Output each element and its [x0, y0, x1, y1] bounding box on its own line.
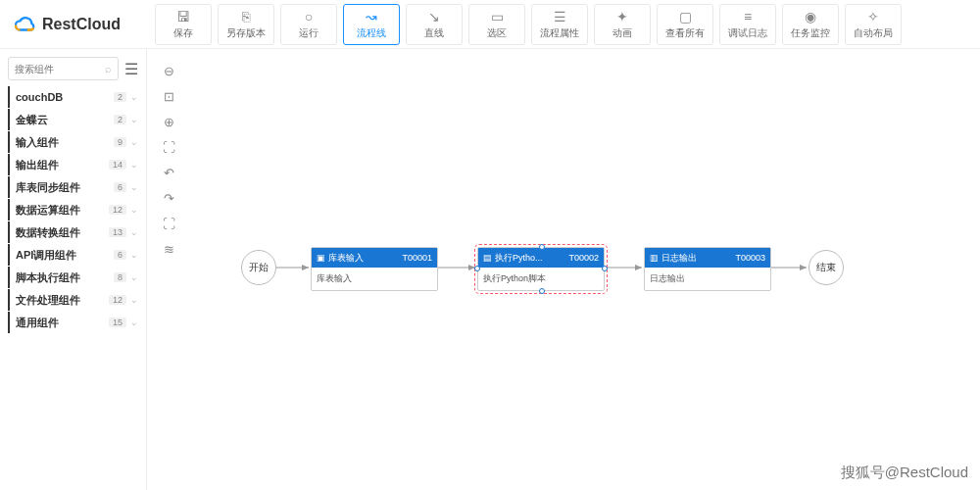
toolbar-label: 调试日志: [728, 26, 767, 40]
category-item[interactable]: 数据转换组件13⌄: [8, 221, 138, 243]
anim-icon: ✦: [616, 9, 628, 24]
category-count: 13: [109, 227, 126, 237]
file-icon: ▣: [317, 253, 325, 263]
chevron-down-icon: ⌄: [130, 250, 138, 260]
toolbar-label: 流程属性: [540, 26, 579, 40]
category-name: 通用组件: [16, 316, 109, 330]
port-bottom[interactable]: [539, 288, 545, 294]
end-node[interactable]: 结束: [808, 250, 844, 285]
category-item[interactable]: 文件处理组件12⌄: [8, 289, 138, 311]
toolbar-viewall-button[interactable]: ▢查看所有: [657, 4, 713, 45]
zoom-out-icon[interactable]: ⊖: [157, 59, 180, 82]
category-name: 数据转换组件: [16, 225, 109, 240]
chevron-down-icon: ⌄: [130, 137, 138, 147]
list-view-icon[interactable]: ☰: [124, 60, 138, 78]
toolbar-label: 查看所有: [665, 26, 705, 40]
fit-screen-icon[interactable]: ⛶: [157, 135, 180, 159]
category-name: 输入组件: [16, 135, 114, 150]
toolbar-label: 任务监控: [791, 26, 830, 40]
category-name: 数据运算组件: [16, 203, 109, 218]
category-item[interactable]: 库表同步组件6⌄: [8, 176, 138, 198]
category-item[interactable]: 通用组件15⌄: [8, 312, 138, 333]
chevron-down-icon: ⌄: [130, 160, 138, 170]
snap-icon[interactable]: ≋: [157, 237, 180, 261]
canvas[interactable]: ⊖ ⊡ ⊕ ⛶ ↶ ↷ ⛶ ≋ 开始 ▣库表输入T00001 库表输入 ▤执行P…: [147, 49, 980, 490]
category-item[interactable]: 脚本执行组件8⌄: [8, 267, 138, 288]
toolbar-auto-button[interactable]: ✧自动布局: [845, 4, 902, 45]
chevron-down-icon: ⌄: [130, 318, 138, 327]
toolbar-label: 自动布局: [854, 26, 893, 40]
node-python-script[interactable]: ▤执行Pytho...T00002 执行Python脚本: [477, 247, 605, 291]
play-icon: ○: [305, 9, 313, 24]
category-count: 8: [114, 272, 126, 282]
toolbar-label: 流程线: [357, 26, 386, 40]
search-input[interactable]: ⌕: [8, 57, 119, 80]
category-name: API调用组件: [16, 248, 114, 263]
line-icon: ↘: [428, 9, 440, 24]
toolbar-select-button[interactable]: ▭选区: [468, 4, 525, 45]
category-item[interactable]: 数据运算组件12⌄: [8, 199, 138, 220]
zoom-in-icon[interactable]: ⊕: [157, 110, 180, 133]
toolbar-flow-button[interactable]: ↝流程线: [343, 4, 400, 45]
chevron-down-icon: ⌄: [130, 227, 138, 237]
toolbar-label: 直线: [424, 26, 444, 40]
category-count: 15: [109, 318, 126, 327]
auto-icon: ✧: [867, 9, 879, 24]
search-icon: ⌕: [105, 63, 112, 74]
category-count: 9: [114, 137, 126, 147]
monitor-icon: ◉: [805, 9, 816, 24]
category-item[interactable]: 输出组件14⌄: [8, 154, 138, 175]
category-name: 脚本执行组件: [16, 270, 114, 285]
port-left[interactable]: [474, 266, 480, 271]
chevron-down-icon: ⌄: [130, 115, 138, 124]
watermark: 搜狐号@RestCloud: [841, 464, 968, 482]
toolbar-props-button[interactable]: ☰流程属性: [531, 4, 588, 45]
category-item[interactable]: 输入组件9⌄: [8, 131, 138, 153]
port-right[interactable]: [602, 266, 608, 271]
search-field[interactable]: [15, 64, 105, 74]
toolbar-label: 动画: [612, 26, 632, 40]
node-log-output[interactable]: ▥日志输出T00003 日志输出: [644, 247, 771, 291]
toolbar-label: 运行: [299, 26, 318, 40]
toolbar-play-button[interactable]: ○运行: [280, 4, 337, 45]
category-item[interactable]: 金蝶云2⌄: [8, 109, 138, 130]
category-count: 12: [109, 295, 126, 305]
toolbar-monitor-button[interactable]: ◉任务监控: [782, 4, 839, 45]
props-icon: ☰: [554, 9, 566, 24]
viewall-icon: ▢: [679, 9, 692, 24]
category-count: 14: [109, 160, 126, 170]
category-name: 金蝶云: [16, 113, 114, 127]
port-top[interactable]: [539, 244, 545, 250]
cloud-icon: [15, 14, 36, 35]
toolbar-debug-button[interactable]: ≡调试日志: [719, 4, 776, 45]
brand-name: RestCloud: [42, 16, 121, 33]
category-name: 输出组件: [16, 158, 109, 172]
redo-icon[interactable]: ↷: [157, 186, 180, 210]
category-name: 库表同步组件: [16, 180, 114, 195]
logo: RestCloud: [0, 14, 147, 35]
toolbar-line-button[interactable]: ↘直线: [406, 4, 463, 45]
category-count: 6: [114, 250, 126, 260]
start-node[interactable]: 开始: [241, 250, 276, 285]
category-count: 12: [109, 205, 126, 215]
undo-icon[interactable]: ↶: [157, 161, 180, 184]
category-name: 文件处理组件: [16, 293, 109, 308]
chevron-down-icon: ⌄: [130, 205, 138, 215]
zoom-fit-icon[interactable]: ⊡: [157, 84, 180, 108]
category-item[interactable]: API调用组件6⌄: [8, 244, 138, 266]
node-table-input[interactable]: ▣库表输入T00001 库表输入: [311, 247, 438, 291]
toolbar-anim-button[interactable]: ✦动画: [594, 4, 651, 45]
sidebar: ⌕ ☰ couchDB2⌄金蝶云2⌄输入组件9⌄输出组件14⌄库表同步组件6⌄数…: [0, 49, 147, 490]
save-icon: 🖫: [176, 9, 190, 24]
category-count: 6: [114, 182, 126, 192]
debug-icon: ≡: [744, 9, 752, 24]
chevron-down-icon: ⌄: [130, 92, 138, 102]
category-item[interactable]: couchDB2⌄: [8, 86, 138, 108]
toolbar-label: 选区: [487, 26, 507, 40]
toolbar-save-button[interactable]: 🖫保存: [155, 4, 212, 45]
category-count: 2: [114, 92, 126, 102]
copy-icon: ⎘: [242, 9, 250, 24]
toolbar-copy-button[interactable]: ⎘另存版本: [218, 4, 274, 45]
script-icon: ▤: [483, 253, 492, 263]
fullscreen-icon[interactable]: ⛶: [157, 212, 180, 235]
